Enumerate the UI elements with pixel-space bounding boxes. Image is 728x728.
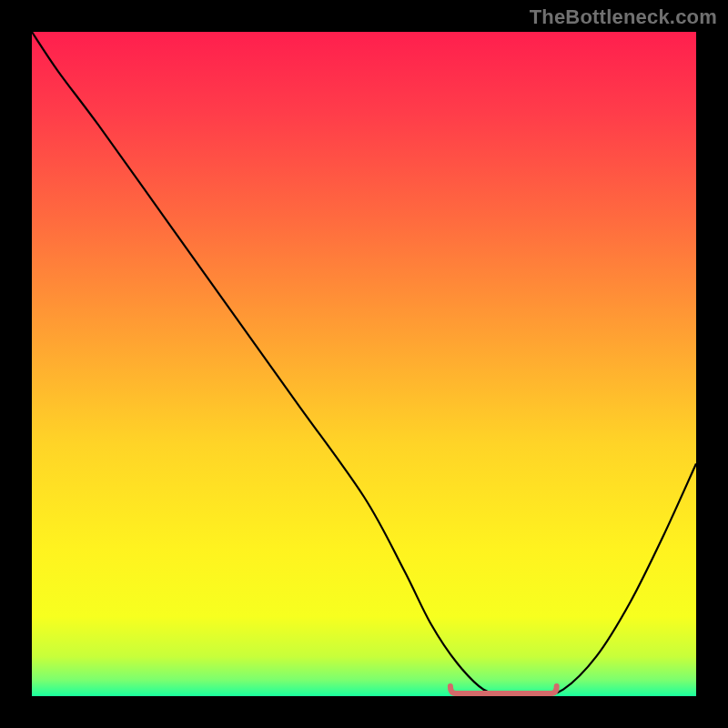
plot-area <box>32 32 696 696</box>
watermark-text: TheBottleneck.com <box>530 5 717 29</box>
bottleneck-curve <box>32 32 696 696</box>
optimal-range-marker <box>450 686 557 693</box>
chart-frame: TheBottleneck.com <box>0 0 728 728</box>
